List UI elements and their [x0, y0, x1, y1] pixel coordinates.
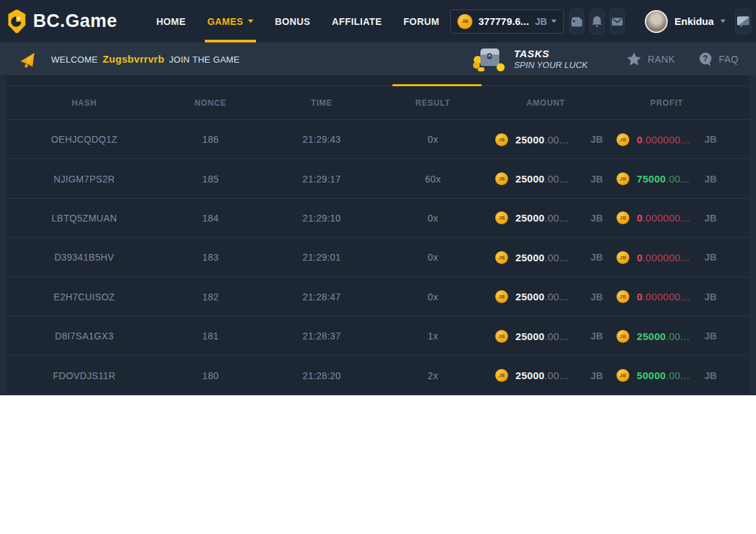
announcement-bar: WELCOME Zugsbvrrvrb JOIN THE GAME TASKS … [0, 42, 756, 75]
cell-nonce: 182 [162, 292, 259, 302]
cell-nonce: 184 [162, 213, 259, 224]
notifications-button[interactable] [590, 9, 604, 34]
col-header-hash: HASH [7, 98, 162, 108]
wallet-icon [570, 15, 584, 28]
amount-value: 25000.00... [515, 331, 568, 342]
cell-profit: JB 0.000000... JB [610, 211, 749, 224]
main-content: HASH NONCE TIME RESULT AMOUNT PROFIT OEH… [0, 75, 756, 395]
table-row[interactable]: E2H7CUISOZ 182 21:28:47 0x JB 25000.00..… [7, 277, 749, 316]
mail-icon [610, 15, 624, 28]
cell-profit: JB 0.000000... JB [610, 290, 749, 303]
table-row[interactable]: D39341B5HV 183 21:29:01 0x JB 25000.00..… [7, 238, 749, 277]
bcgame-logo-icon [7, 9, 27, 34]
amount-unit: JB [591, 213, 604, 224]
cell-hash: D39341B5HV [7, 252, 162, 263]
jb-coin-icon: JB [617, 290, 629, 303]
col-header-amount: AMOUNT [482, 98, 610, 108]
cell-result: 0x [384, 213, 482, 224]
cell-result: 1x [384, 331, 482, 341]
cell-hash: NJIGM7PS2R [7, 174, 162, 185]
jb-coin-icon: JB [495, 172, 508, 185]
chevron-down-icon [248, 20, 253, 23]
nav-item-bonus[interactable]: BONUS [264, 0, 321, 42]
profit-unit: JB [705, 370, 718, 381]
star-icon [627, 52, 641, 66]
cell-result: 0x [384, 252, 482, 263]
nav-item-affiliate[interactable]: AFFILIATE [321, 0, 393, 42]
welcome-suffix: JOIN THE GAME [169, 55, 240, 65]
messages-button[interactable] [610, 9, 625, 34]
faq-icon: ? [698, 52, 713, 67]
brand-home-link[interactable]: BC.Game [7, 9, 117, 34]
nav-item-games-label: GAMES [208, 16, 243, 27]
balance-currency-selector[interactable]: JB 377779.6... JB [450, 9, 564, 34]
nav-item-games[interactable]: GAMES [197, 0, 264, 42]
cell-amount: JB 25000.00... JB [482, 290, 610, 303]
cell-time: 21:29:10 [259, 213, 384, 224]
cell-profit: JB 0.000000... JB [610, 133, 749, 146]
bets-table-body: OEHJCQDQ1Z 186 21:29:43 0x JB 25000.00..… [7, 120, 749, 395]
table-row[interactable]: FDOVDJS11R 180 21:28:20 2x JB 25000.00..… [7, 356, 749, 395]
amount-unit: JB [591, 292, 604, 302]
cell-nonce: 185 [162, 174, 259, 185]
cell-amount: JB 25000.00... JB [482, 211, 610, 224]
chat-toggle-button[interactable] [735, 9, 751, 34]
col-header-time: TIME [259, 98, 384, 108]
wallet-button[interactable] [569, 9, 584, 34]
table-row[interactable]: D8I7SA1GX3 181 21:28:37 1x JB 25000.00..… [7, 316, 749, 356]
profit-unit: JB [705, 134, 718, 145]
table-header-row: HASH NONCE TIME RESULT AMOUNT PROFIT [7, 86, 749, 120]
profit-value: 0.000000... [637, 291, 689, 302]
amount-value: 25000.00... [515, 173, 568, 185]
profit-unit: JB [705, 331, 718, 341]
tasks-title: TASKS [514, 48, 588, 59]
faq-link[interactable]: ? FAQ [698, 52, 738, 67]
table-row[interactable]: OEHJCQDQ1Z 186 21:29:43 0x JB 25000.00..… [7, 120, 749, 159]
treasure-chest-icon [472, 45, 506, 73]
jb-coin-icon: JB [617, 211, 629, 224]
balance-currency: JB [535, 16, 557, 27]
col-header-nonce: NONCE [162, 98, 259, 108]
cell-nonce: 181 [162, 331, 259, 341]
cell-result: 0x [384, 292, 482, 302]
jb-coin-icon: JB [617, 133, 629, 146]
amount-value: 25000.00... [515, 252, 568, 263]
cell-time: 21:29:43 [259, 134, 384, 145]
cell-hash: LBTQ5ZMUAN [7, 213, 162, 224]
user-menu[interactable]: Enkidua [645, 10, 726, 33]
cell-hash: E2H7CUISOZ [7, 292, 162, 302]
cell-nonce: 186 [162, 134, 259, 145]
cell-time: 21:29:17 [259, 174, 384, 185]
table-row[interactable]: LBTQ5ZMUAN 184 21:29:10 0x JB 25000.00..… [7, 199, 749, 238]
cell-result: 2x [384, 370, 482, 381]
nav-item-forum[interactable]: FORUM [393, 0, 450, 42]
profit-unit: JB [705, 213, 718, 224]
jb-coin-icon: JB [495, 290, 508, 303]
chat-icon [736, 14, 751, 29]
cell-hash: D8I7SA1GX3 [7, 331, 162, 341]
profit-unit: JB [705, 174, 718, 185]
tasks-widget[interactable]: TASKS SPIN YOUR LUCK [472, 45, 588, 73]
chevron-down-icon [551, 20, 557, 23]
jb-coin-icon: JB [617, 330, 629, 343]
cell-amount: JB 25000.00... JB [482, 251, 610, 264]
amount-value: 25000.00... [515, 134, 568, 145]
top-navbar: BC.Game HOME GAMES BONUS AFFILIATE FORUM… [0, 0, 756, 42]
cell-profit: JB 0.000000... JB [610, 251, 749, 264]
cell-result: 60x [384, 174, 482, 185]
amount-unit: JB [591, 252, 604, 263]
amount-value: 25000.00... [515, 370, 568, 381]
welcome-username[interactable]: Zugsbvrrvrb [102, 53, 164, 65]
profit-value: 0.000000... [637, 212, 689, 224]
balance-currency-label: JB [535, 16, 547, 27]
amount-unit: JB [591, 134, 604, 145]
cell-time: 21:29:01 [259, 252, 384, 263]
rank-label: RANK [648, 54, 675, 65]
user-avatar [645, 10, 668, 33]
jb-coin-icon: JB [458, 14, 472, 29]
jb-coin-icon: JB [617, 369, 629, 382]
nav-item-home[interactable]: HOME [146, 0, 197, 42]
table-row[interactable]: NJIGM7PS2R 185 21:29:17 60x JB 25000.00.… [7, 159, 749, 198]
cell-profit: JB 25000.00... JB [610, 330, 749, 343]
rank-link[interactable]: RANK [627, 52, 675, 66]
